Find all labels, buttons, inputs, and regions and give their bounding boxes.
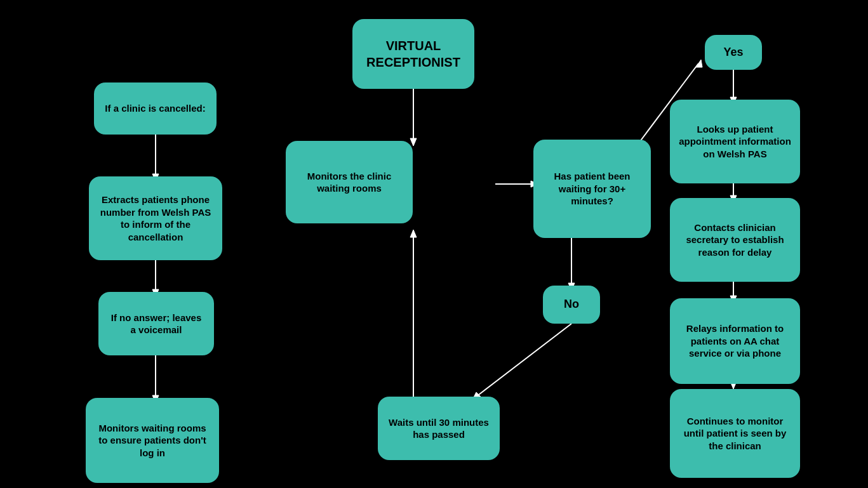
continues-monitor-node: Continues to monitor until patient is se…	[670, 389, 800, 478]
has-patient-waiting-node: Has patient been waiting for 30+ minutes…	[533, 140, 651, 238]
yes-label-node: Yes	[705, 35, 762, 70]
svg-marker-19	[410, 230, 417, 237]
extracts-phone-node: Extracts patients phone number from Wels…	[89, 176, 222, 260]
relays-info-node: Relays information to patients on AA cha…	[670, 298, 800, 384]
monitors-waiting-node: Monitors the clinic waiting rooms	[286, 141, 413, 223]
contacts-secretary-node: Contacts clinician secretary to establis…	[670, 198, 800, 282]
svg-marker-5	[696, 60, 702, 67]
svg-line-16	[476, 324, 571, 397]
waits-30-node: Waits until 30 minutes has passed	[378, 397, 500, 460]
title-node: VIRTUAL RECEPTIONIST	[352, 19, 474, 89]
looks-up-node: Looks up patient appointment information…	[670, 100, 800, 183]
flowchart: VIRTUAL RECEPTIONIST Monitors the clinic…	[0, 0, 868, 488]
if-clinic-cancelled-node: If a clinic is cancelled:	[94, 82, 217, 135]
no-answer-node: If no answer; leaves a voicemail	[98, 292, 214, 355]
monitors-login-node: Monitors waiting rooms to ensure patient…	[86, 398, 219, 483]
svg-marker-1	[410, 138, 417, 146]
no-label-node: No	[543, 286, 600, 324]
